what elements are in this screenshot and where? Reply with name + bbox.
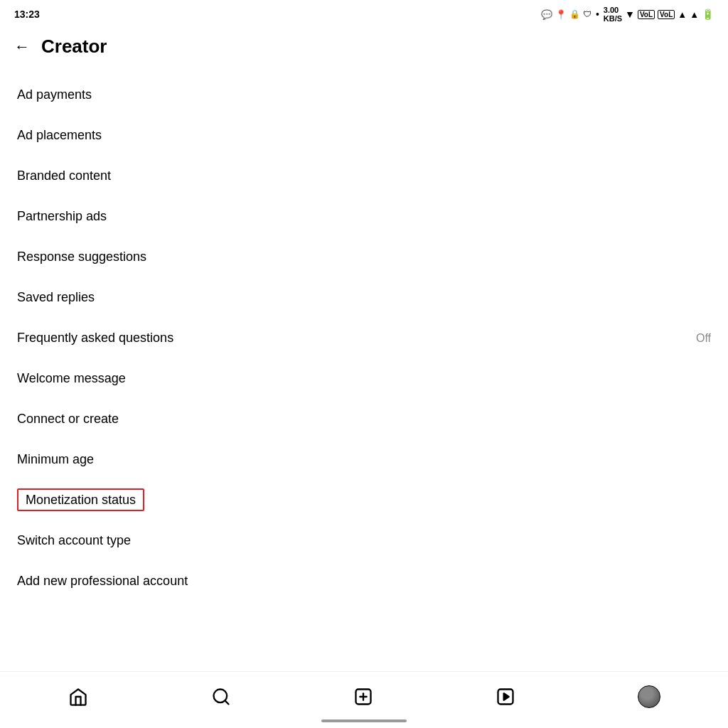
menu-item-switch-account-type[interactable]: Switch account type — [0, 520, 728, 561]
reels-icon — [495, 686, 516, 707]
menu-item-label-minimum-age: Minimum age — [17, 452, 94, 467]
wifi-icon: ▼ — [625, 9, 635, 20]
menu-item-saved-replies[interactable]: Saved replies — [0, 277, 728, 318]
nav-home[interactable] — [60, 682, 96, 712]
volte1-icon: VoL — [638, 10, 655, 19]
page-header: ← Creator — [0, 26, 728, 68]
menu-item-label-ad-payments: Ad payments — [17, 87, 92, 102]
search-icon — [210, 686, 232, 707]
menu-item-response-suggestions[interactable]: Response suggestions — [0, 237, 728, 277]
signal2-icon: ▲ — [690, 9, 699, 20]
svg-marker-6 — [504, 693, 509, 700]
battery-icon: 🔋 — [702, 9, 714, 20]
home-indicator — [321, 719, 407, 722]
menu-item-partnership-ads[interactable]: Partnership ads — [0, 196, 728, 237]
volte2-icon: VoL — [658, 10, 675, 19]
menu-item-minimum-age[interactable]: Minimum age — [0, 439, 728, 480]
menu-item-welcome-message[interactable]: Welcome message — [0, 358, 728, 399]
menu-item-label-connect-or-create: Connect or create — [17, 412, 119, 427]
status-icons: 💬 📍 🔒 🛡 • 3.00KB/S ▼ VoL VoL ▲ ▲ 🔋 — [541, 6, 714, 23]
status-bar: 13:23 💬 📍 🔒 🛡 • 3.00KB/S ▼ VoL VoL ▲ ▲ 🔋 — [0, 0, 728, 26]
status-time: 13:23 — [14, 9, 40, 20]
menu-item-ad-payments[interactable]: Ad payments — [0, 75, 728, 115]
create-icon — [353, 686, 374, 707]
shield-icon: 🛡 — [583, 9, 592, 19]
nav-profile[interactable] — [631, 681, 668, 712]
back-button[interactable]: ← — [14, 38, 30, 56]
menu-item-connect-or-create[interactable]: Connect or create — [0, 399, 728, 439]
menu-item-label-partnership-ads: Partnership ads — [17, 209, 107, 224]
menu-item-label-welcome-message: Welcome message — [17, 371, 126, 386]
menu-item-value-faq: Off — [696, 332, 711, 345]
location-icon: 📍 — [555, 9, 567, 20]
menu-item-label-monetization-status: Monetization status — [17, 493, 144, 508]
menu-item-add-professional[interactable]: Add new professional account — [0, 561, 728, 601]
nav-search[interactable] — [203, 682, 239, 712]
home-icon — [68, 686, 89, 707]
menu-item-label-switch-account-type: Switch account type — [17, 533, 131, 548]
menu-item-monetization-status[interactable]: Monetization status — [0, 480, 728, 520]
speed-indicator: 3.00KB/S — [604, 6, 622, 23]
menu-item-label-add-professional: Add new professional account — [17, 574, 188, 589]
dot-indicator: • — [596, 9, 599, 20]
menu-item-label-response-suggestions: Response suggestions — [17, 250, 146, 264]
page-title: Creator — [41, 36, 107, 58]
content-area[interactable]: Ad paymentsAd placementsBranded contentP… — [0, 68, 728, 668]
lock-icon: 🔒 — [569, 9, 580, 19]
svg-line-1 — [225, 700, 228, 704]
whatsapp-icon: 💬 — [541, 9, 552, 20]
nav-reels[interactable] — [488, 682, 523, 712]
avatar — [638, 685, 660, 708]
signal1-icon: ▲ — [678, 9, 687, 20]
menu-item-label-faq: Frequently asked questions — [17, 331, 173, 346]
menu-item-label-branded-content: Branded content — [17, 168, 111, 183]
menu-item-faq[interactable]: Frequently asked questionsOff — [0, 318, 728, 358]
menu-item-branded-content[interactable]: Branded content — [0, 156, 728, 196]
menu-item-label-ad-placements: Ad placements — [17, 128, 102, 143]
menu-item-label-saved-replies: Saved replies — [17, 290, 95, 305]
menu-list: Ad paymentsAd placementsBranded contentP… — [0, 68, 728, 609]
menu-item-ad-placements[interactable]: Ad placements — [0, 115, 728, 156]
nav-create[interactable] — [346, 682, 381, 712]
